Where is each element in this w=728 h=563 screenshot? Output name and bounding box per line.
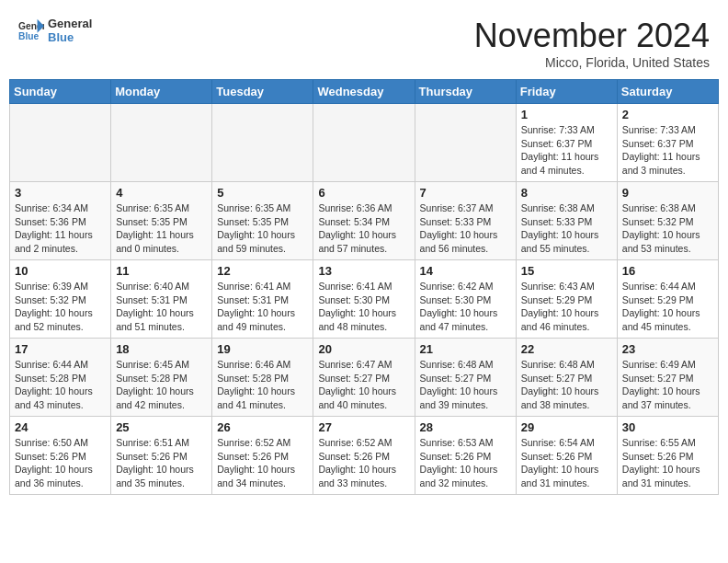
day-number: 13 xyxy=(318,264,409,278)
calendar-cell xyxy=(415,104,516,182)
day-info: Sunrise: 6:40 AM Sunset: 5:31 PM Dayligh… xyxy=(116,280,207,334)
svg-text:Blue: Blue xyxy=(18,31,40,41)
day-info: Sunrise: 6:52 AM Sunset: 5:26 PM Dayligh… xyxy=(318,436,409,490)
day-info: Sunrise: 6:35 AM Sunset: 5:35 PM Dayligh… xyxy=(217,201,308,256)
calendar-week-5: 24Sunrise: 6:50 AM Sunset: 5:26 PM Dayli… xyxy=(10,417,719,495)
month-title: November 2024 xyxy=(474,17,710,55)
day-info: Sunrise: 6:48 AM Sunset: 5:27 PM Dayligh… xyxy=(420,358,511,412)
day-number: 11 xyxy=(116,264,207,278)
calendar-cell: 16Sunrise: 6:44 AM Sunset: 5:29 PM Dayli… xyxy=(617,260,718,339)
calendar-cell: 15Sunrise: 6:43 AM Sunset: 5:29 PM Dayli… xyxy=(516,260,617,339)
day-info: Sunrise: 6:51 AM Sunset: 5:26 PM Dayligh… xyxy=(116,436,207,490)
day-number: 19 xyxy=(217,342,308,356)
day-number: 4 xyxy=(116,186,207,200)
day-info: Sunrise: 7:33 AM Sunset: 6:37 PM Dayligh… xyxy=(521,123,612,178)
day-number: 3 xyxy=(15,186,106,200)
calendar-cell: 25Sunrise: 6:51 AM Sunset: 5:26 PM Dayli… xyxy=(111,417,212,495)
day-number: 21 xyxy=(420,342,511,356)
day-number: 20 xyxy=(318,342,409,356)
day-info: Sunrise: 6:54 AM Sunset: 5:26 PM Dayligh… xyxy=(521,436,612,490)
day-info: Sunrise: 6:53 AM Sunset: 5:26 PM Dayligh… xyxy=(420,436,511,490)
weekday-header-thursday: Thursday xyxy=(415,80,516,104)
calendar-header: SundayMondayTuesdayWednesdayThursdayFrid… xyxy=(10,80,719,104)
calendar-cell: 6Sunrise: 6:36 AM Sunset: 5:34 PM Daylig… xyxy=(313,182,415,260)
day-info: Sunrise: 6:35 AM Sunset: 5:35 PM Dayligh… xyxy=(116,201,207,256)
day-number: 27 xyxy=(318,420,409,434)
logo: General Blue General Blue xyxy=(18,17,92,44)
day-info: Sunrise: 6:47 AM Sunset: 5:27 PM Dayligh… xyxy=(318,358,409,412)
calendar-cell: 8Sunrise: 6:38 AM Sunset: 5:33 PM Daylig… xyxy=(516,182,617,260)
day-number: 22 xyxy=(521,342,612,356)
day-info: Sunrise: 6:36 AM Sunset: 5:34 PM Dayligh… xyxy=(318,201,409,256)
calendar-body: 1Sunrise: 7:33 AM Sunset: 6:37 PM Daylig… xyxy=(10,104,719,495)
calendar-cell: 30Sunrise: 6:55 AM Sunset: 5:26 PM Dayli… xyxy=(617,417,718,495)
day-info: Sunrise: 7:33 AM Sunset: 6:37 PM Dayligh… xyxy=(622,123,713,178)
calendar-cell: 12Sunrise: 6:41 AM Sunset: 5:31 PM Dayli… xyxy=(212,260,313,339)
day-number: 24 xyxy=(15,420,106,434)
calendar-cell: 17Sunrise: 6:44 AM Sunset: 5:28 PM Dayli… xyxy=(10,339,111,417)
calendar-cell: 27Sunrise: 6:52 AM Sunset: 5:26 PM Dayli… xyxy=(313,417,415,495)
day-number: 6 xyxy=(318,186,409,200)
calendar-cell: 22Sunrise: 6:48 AM Sunset: 5:27 PM Dayli… xyxy=(516,339,617,417)
calendar-cell: 13Sunrise: 6:41 AM Sunset: 5:30 PM Dayli… xyxy=(313,260,415,339)
day-number: 5 xyxy=(217,186,308,200)
day-info: Sunrise: 6:55 AM Sunset: 5:26 PM Dayligh… xyxy=(622,436,713,490)
day-info: Sunrise: 6:41 AM Sunset: 5:31 PM Dayligh… xyxy=(217,280,308,334)
day-number: 26 xyxy=(217,420,308,434)
day-number: 7 xyxy=(420,186,511,200)
weekday-header-tuesday: Tuesday xyxy=(212,80,313,104)
calendar-cell: 7Sunrise: 6:37 AM Sunset: 5:33 PM Daylig… xyxy=(415,182,516,260)
calendar-cell: 28Sunrise: 6:53 AM Sunset: 5:26 PM Dayli… xyxy=(415,417,516,495)
day-info: Sunrise: 6:38 AM Sunset: 5:33 PM Dayligh… xyxy=(521,201,612,256)
day-info: Sunrise: 6:45 AM Sunset: 5:28 PM Dayligh… xyxy=(116,358,207,412)
day-number: 8 xyxy=(521,186,612,200)
calendar-cell xyxy=(212,104,313,182)
logo-icon: General Blue xyxy=(18,17,44,43)
calendar-cell: 1Sunrise: 7:33 AM Sunset: 6:37 PM Daylig… xyxy=(516,104,617,182)
calendar-cell: 24Sunrise: 6:50 AM Sunset: 5:26 PM Dayli… xyxy=(10,417,111,495)
calendar-cell: 14Sunrise: 6:42 AM Sunset: 5:30 PM Dayli… xyxy=(415,260,516,339)
weekday-header-wednesday: Wednesday xyxy=(313,80,415,104)
calendar-week-1: 1Sunrise: 7:33 AM Sunset: 6:37 PM Daylig… xyxy=(10,104,719,182)
day-number: 30 xyxy=(622,420,713,434)
day-info: Sunrise: 6:34 AM Sunset: 5:36 PM Dayligh… xyxy=(15,201,106,256)
weekday-header-saturday: Saturday xyxy=(617,80,718,104)
calendar-week-2: 3Sunrise: 6:34 AM Sunset: 5:36 PM Daylig… xyxy=(10,182,719,260)
calendar-table: SundayMondayTuesdayWednesdayThursdayFrid… xyxy=(9,79,719,495)
day-number: 17 xyxy=(15,342,106,356)
calendar-cell: 19Sunrise: 6:46 AM Sunset: 5:28 PM Dayli… xyxy=(212,339,313,417)
logo-general: General xyxy=(48,17,92,30)
location: Micco, Florida, United States xyxy=(474,55,710,70)
day-info: Sunrise: 6:52 AM Sunset: 5:26 PM Dayligh… xyxy=(217,436,308,490)
day-info: Sunrise: 6:42 AM Sunset: 5:30 PM Dayligh… xyxy=(420,280,511,334)
day-info: Sunrise: 6:37 AM Sunset: 5:33 PM Dayligh… xyxy=(420,201,511,256)
calendar-cell: 2Sunrise: 7:33 AM Sunset: 6:37 PM Daylig… xyxy=(617,104,718,182)
day-number: 25 xyxy=(116,420,207,434)
day-info: Sunrise: 6:46 AM Sunset: 5:28 PM Dayligh… xyxy=(217,358,308,412)
day-number: 9 xyxy=(622,186,713,200)
day-number: 18 xyxy=(116,342,207,356)
day-number: 12 xyxy=(217,264,308,278)
calendar-cell: 3Sunrise: 6:34 AM Sunset: 5:36 PM Daylig… xyxy=(10,182,111,260)
day-info: Sunrise: 6:50 AM Sunset: 5:26 PM Dayligh… xyxy=(15,436,106,490)
day-number: 2 xyxy=(622,108,713,121)
calendar-cell: 26Sunrise: 6:52 AM Sunset: 5:26 PM Dayli… xyxy=(212,417,313,495)
calendar-cell xyxy=(111,104,212,182)
calendar-cell: 9Sunrise: 6:38 AM Sunset: 5:32 PM Daylig… xyxy=(617,182,718,260)
day-info: Sunrise: 6:44 AM Sunset: 5:29 PM Dayligh… xyxy=(622,280,713,334)
calendar-cell: 18Sunrise: 6:45 AM Sunset: 5:28 PM Dayli… xyxy=(111,339,212,417)
calendar-week-3: 10Sunrise: 6:39 AM Sunset: 5:32 PM Dayli… xyxy=(10,260,719,339)
day-info: Sunrise: 6:41 AM Sunset: 5:30 PM Dayligh… xyxy=(318,280,409,334)
day-info: Sunrise: 6:43 AM Sunset: 5:29 PM Dayligh… xyxy=(521,280,612,334)
calendar-cell: 23Sunrise: 6:49 AM Sunset: 5:27 PM Dayli… xyxy=(617,339,718,417)
day-info: Sunrise: 6:48 AM Sunset: 5:27 PM Dayligh… xyxy=(521,358,612,412)
calendar-cell: 29Sunrise: 6:54 AM Sunset: 5:26 PM Dayli… xyxy=(516,417,617,495)
weekday-header-row: SundayMondayTuesdayWednesdayThursdayFrid… xyxy=(10,80,719,104)
day-info: Sunrise: 6:38 AM Sunset: 5:32 PM Dayligh… xyxy=(622,201,713,256)
day-number: 15 xyxy=(521,264,612,278)
calendar-cell: 11Sunrise: 6:40 AM Sunset: 5:31 PM Dayli… xyxy=(111,260,212,339)
day-info: Sunrise: 6:39 AM Sunset: 5:32 PM Dayligh… xyxy=(15,280,106,334)
day-number: 10 xyxy=(15,264,106,278)
calendar-cell xyxy=(10,104,111,182)
calendar-cell xyxy=(313,104,415,182)
